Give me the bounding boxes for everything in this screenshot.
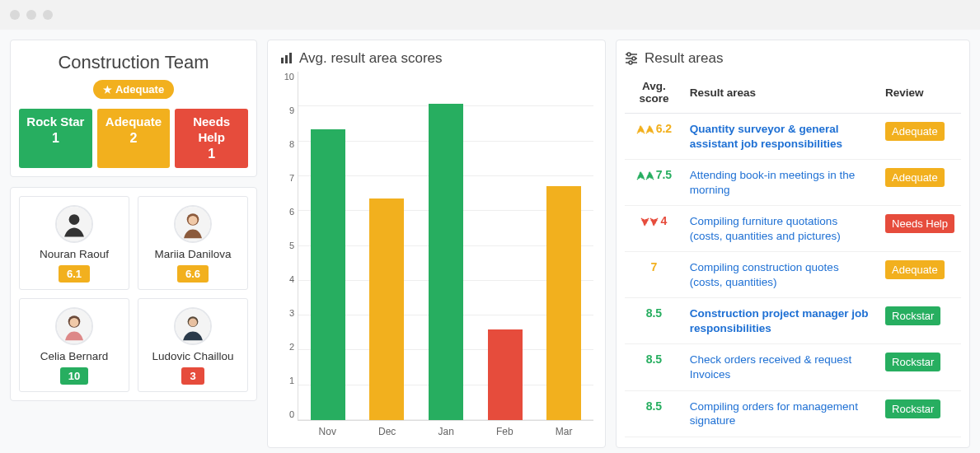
status-count: 1 — [178, 146, 245, 162]
avatar — [55, 205, 93, 243]
x-tick: Nov — [319, 426, 336, 437]
avg-score-cell: ⮝⮝7.5 — [625, 160, 683, 206]
avg-score-cell: 7 — [625, 252, 683, 298]
table-row: 7Compiling construction quotes (costs, q… — [625, 252, 961, 298]
review-pill: Rockstar — [885, 306, 940, 325]
chart-title: Avg. result area scores — [299, 50, 443, 67]
y-tick: 4 — [279, 274, 294, 284]
y-tick: 3 — [279, 308, 294, 318]
result-areas-table: Avg. score Result areas Review ⮝⮝6.2Quan… — [625, 72, 961, 437]
y-tick: 7 — [279, 173, 294, 183]
status-count: 2 — [101, 130, 167, 147]
status-label: Rock Star — [26, 114, 84, 128]
table-row: 8.5Check orders received & request Invoi… — [625, 344, 961, 390]
team-title: Construction Team — [19, 52, 248, 73]
chart-x-axis: NovDecJanFebMar — [298, 421, 593, 437]
avg-score-value: 4 — [660, 214, 667, 227]
avatar — [174, 205, 212, 243]
x-tick: Dec — [378, 426, 396, 437]
svg-rect-11 — [281, 58, 284, 63]
traffic-light-dot — [26, 10, 36, 20]
review-pill: Needs Help — [885, 214, 954, 233]
star-icon: ★ — [103, 84, 112, 96]
avg-score-value: 6.2 — [656, 122, 672, 135]
chart-panel: Avg. result area scores 012345678910 Nov… — [267, 40, 606, 448]
svg-rect-12 — [285, 55, 288, 63]
x-tick: Feb — [496, 426, 513, 437]
x-tick: Jan — [438, 426, 453, 437]
avg-score-cell: ⮝⮝6.2 — [625, 114, 683, 160]
member-name: Nouran Raouf — [25, 248, 124, 260]
chart-bar[interactable] — [429, 104, 463, 419]
window-titlebar — [0, 0, 980, 30]
y-tick: 5 — [279, 241, 294, 250]
result-area-link[interactable]: Quantity surveyor & general assistant jo… — [690, 123, 842, 150]
status-label: Needs Help — [193, 114, 230, 144]
svg-point-15 — [627, 53, 631, 56]
chart-y-axis: 012345678910 — [279, 72, 298, 437]
result-area-link[interactable]: Compiling construction quotes (costs, qu… — [690, 261, 839, 288]
bar-chart-icon — [279, 52, 293, 65]
svg-point-4 — [189, 215, 198, 224]
member-name: Ludovic Chaillou — [143, 350, 242, 362]
y-tick: 2 — [279, 342, 294, 352]
status-needs-help[interactable]: Needs Help1 — [175, 109, 248, 168]
member-name: Mariia Danilova — [143, 248, 242, 260]
y-tick: 6 — [279, 207, 294, 217]
avg-score-value: 7 — [650, 260, 657, 273]
traffic-light-dot — [10, 10, 20, 20]
result-area-link[interactable]: Compiling orders for management signatur… — [690, 400, 858, 427]
team-members-card: Nouran Raouf6.1Mariia Danilova6.6Celia B… — [10, 187, 257, 401]
chart-bar[interactable] — [369, 198, 404, 419]
result-area-link[interactable]: Attending book-in meetings in the mornin… — [690, 169, 855, 196]
avg-score-value: 8.5 — [646, 353, 662, 366]
member-score: 6.1 — [59, 265, 90, 283]
member-score: 10 — [60, 367, 88, 385]
result-area-link[interactable]: Compiling furniture quotations (costs, q… — [690, 215, 841, 242]
member-card[interactable]: Ludovic Chaillou3 — [138, 298, 248, 392]
result-areas-panel: Result areas Avg. score Result areas Rev… — [616, 40, 970, 448]
result-area-link[interactable]: Construction project manager job respons… — [690, 307, 869, 334]
table-row: ⮟⮟4Compiling furniture quotations (costs… — [625, 206, 961, 252]
member-card[interactable]: Celia Bernard10 — [19, 298, 129, 392]
y-tick: 9 — [279, 105, 294, 115]
result-area-link[interactable]: Check orders received & request Invoices — [690, 353, 852, 381]
team-rating-label: Adequate — [115, 83, 164, 96]
review-pill: Adequate — [885, 260, 945, 279]
avg-score-cell: 8.5 — [625, 390, 683, 437]
member-name: Celia Bernard — [25, 350, 124, 362]
y-tick: 10 — [279, 72, 294, 82]
chart-plot-area — [298, 72, 593, 421]
svg-point-19 — [629, 61, 632, 64]
chart-bar[interactable] — [488, 329, 523, 420]
team-summary-card: Construction Team ★ Adequate Rock Star1A… — [10, 40, 257, 177]
avg-score-cell: 8.5 — [625, 344, 683, 390]
y-tick: 1 — [279, 376, 294, 385]
avg-score-value: 8.5 — [646, 306, 662, 320]
status-label: Adequate — [106, 114, 162, 128]
table-row: ⮝⮝7.5Attending book-in meetings in the m… — [625, 160, 961, 206]
svg-point-1 — [69, 214, 80, 225]
avg-score-value: 8.5 — [646, 399, 662, 413]
y-tick: 0 — [279, 409, 294, 419]
review-pill: Adequate — [885, 168, 945, 187]
status-rock-star[interactable]: Rock Star1 — [19, 109, 92, 168]
member-score: 3 — [181, 367, 204, 385]
team-rating-badge[interactable]: ★ Adequate — [93, 80, 174, 99]
col-review: Review — [879, 72, 961, 114]
traffic-light-dot — [43, 10, 53, 20]
col-result-areas: Result areas — [683, 72, 879, 114]
review-pill: Rockstar — [885, 353, 940, 371]
status-adequate[interactable]: Adequate2 — [97, 109, 171, 168]
avg-score-value: 7.5 — [656, 168, 672, 181]
avatar — [174, 307, 212, 345]
chart-bar[interactable] — [546, 186, 581, 419]
table-row: 8.5Construction project manager job resp… — [625, 298, 961, 344]
sliders-icon — [625, 52, 638, 65]
trend-down-icon: ⮟⮟ — [640, 217, 659, 226]
status-count: 1 — [22, 130, 89, 147]
member-card[interactable]: Mariia Danilova6.6 — [138, 196, 248, 290]
review-pill: Adequate — [885, 122, 945, 141]
chart-bar[interactable] — [311, 129, 345, 420]
member-card[interactable]: Nouran Raouf6.1 — [19, 196, 129, 290]
